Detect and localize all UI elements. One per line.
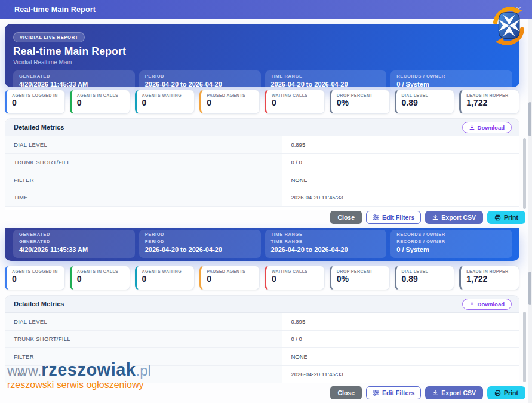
info-label: RECORDS / OWNER bbox=[396, 73, 506, 79]
download-icon bbox=[432, 214, 438, 220]
export-csv-button[interactable]: Export CSV bbox=[425, 386, 483, 399]
row-value: NONE bbox=[282, 171, 519, 189]
info-label: TIME RANGE bbox=[271, 73, 381, 79]
row-value: 0.895 bbox=[282, 136, 519, 153]
stat-label: LEADS IN HOPPER bbox=[466, 93, 514, 97]
detailed-metrics-header: Detailed Metrics Download bbox=[5, 119, 519, 136]
stat-cards-row: AGENTS LOGGED IN 0 AGENTS IN CALLS 0 AGE… bbox=[5, 90, 519, 114]
edit-filters-button[interactable]: Edit Filters bbox=[366, 211, 421, 224]
window-titlebar: Real-time Main Report × bbox=[0, 0, 532, 19]
row-value: 2026-04-20 11:45:33 bbox=[282, 366, 519, 383]
stat-label: AGENTS WAITING bbox=[142, 269, 190, 273]
close-button[interactable]: Close bbox=[330, 211, 362, 224]
stat-label: LEADS IN HOPPER bbox=[466, 269, 514, 273]
download-button[interactable]: Download bbox=[462, 122, 512, 133]
stat-value: 0 bbox=[207, 274, 254, 284]
close-label: Close bbox=[337, 214, 355, 221]
report-subtitle: Vicidial Realtime Main bbox=[13, 59, 512, 66]
info-value: 4/20/2026 11:45:33 AM bbox=[19, 81, 129, 88]
row-label: TRUNK SHORT/FILL bbox=[5, 154, 282, 171]
report-badge: VICIDIAL LIVE REPORT bbox=[13, 32, 85, 42]
row-value: 2026-04-20 11:45:33 bbox=[282, 189, 519, 207]
stat-dial-level: DIAL LEVEL 0.89 bbox=[395, 90, 455, 114]
table-row: TIME 2026-04-20 11:45:33 bbox=[5, 189, 519, 207]
stat-drop-percent: DROP PERCENT 0% bbox=[330, 90, 390, 114]
stat-value: 0 bbox=[77, 98, 125, 107]
stat-label: AGENTS LOGGED IN bbox=[12, 269, 60, 273]
stat-label: DIAL LEVEL bbox=[402, 93, 450, 97]
page-scrollbar-track[interactable] bbox=[528, 19, 532, 403]
table-row: DIAL LEVEL 0.895 bbox=[5, 136, 519, 154]
stat-value: 0.89 bbox=[402, 98, 450, 107]
info-value: 0 / System bbox=[396, 246, 506, 253]
action-bar: Close Edit Filters Export CSV bbox=[0, 210, 525, 225]
watermark-tld: .pl bbox=[136, 362, 150, 379]
watermark-tagline: rzeszowski serwis ogłoszeniowy bbox=[7, 380, 151, 390]
stat-agents-logged-in: AGENTS LOGGED IN 0 bbox=[5, 90, 65, 114]
stat-agents-in-calls: AGENTS IN CALLS 0 bbox=[70, 90, 130, 114]
download-label: Download bbox=[478, 301, 505, 307]
modal-scrollbar[interactable] bbox=[523, 312, 526, 382]
close-label: Close bbox=[337, 389, 355, 396]
stat-leads-in-hopper: LEADS IN HOPPER 1,722 bbox=[459, 90, 519, 114]
print-label: Print bbox=[504, 214, 518, 221]
close-button[interactable]: Close bbox=[330, 386, 362, 399]
rzeszowiak-logo-icon bbox=[487, 7, 530, 46]
row-label: DIAL LEVEL bbox=[5, 136, 282, 153]
download-icon bbox=[432, 390, 438, 396]
detailed-metrics-panel: Detailed Metrics Download DIAL LEVEL 0.8… bbox=[5, 118, 519, 210]
stat-agents-waiting: AGENTS WAITING 0 bbox=[135, 90, 195, 114]
stat-value: 0 bbox=[207, 98, 254, 107]
stat-value: 0 bbox=[77, 274, 125, 284]
page-scrollbar-thumb[interactable] bbox=[528, 272, 531, 305]
table-row: FILTER NONE bbox=[5, 171, 519, 189]
print-button[interactable]: Print bbox=[487, 386, 525, 399]
stat-label: AGENTS WAITING bbox=[142, 93, 190, 97]
edit-filters-button[interactable]: Edit Filters bbox=[366, 386, 421, 399]
stat-cards-row: AGENTS LOGGED IN 0 AGENTS IN CALLS 0 AGE… bbox=[5, 266, 519, 290]
info-label: GENERATED bbox=[19, 232, 129, 237]
row-label: TIME bbox=[5, 189, 282, 207]
info-value: 4/20/2026 11:45:33 AM bbox=[19, 246, 129, 253]
row-value: 0 / 0 bbox=[282, 154, 519, 171]
watermark: www.rzeszowiak.pl rzeszowski serwis ogło… bbox=[7, 361, 151, 390]
report-page: Real-time Main Report × VICIDIAL L bbox=[0, 0, 532, 403]
row-value: 0.895 bbox=[282, 313, 519, 330]
page-scrollbar-thumb[interactable] bbox=[528, 102, 531, 136]
modal-scrollbar[interactable] bbox=[523, 138, 526, 209]
info-value: 0 / System bbox=[396, 81, 506, 88]
stat-label: DIAL LEVEL bbox=[402, 269, 450, 273]
stat-paused-agents: PAUSED AGENTS 0 bbox=[199, 90, 260, 114]
download-button[interactable]: Download bbox=[462, 299, 512, 310]
watermark-www: www. bbox=[7, 362, 41, 379]
watermark-url: www.rzeszowiak.pl bbox=[7, 361, 151, 379]
info-label: RECORDS / OWNER bbox=[396, 239, 506, 244]
printer-icon bbox=[494, 214, 501, 221]
stat-value: 0 bbox=[142, 98, 190, 107]
report-info-row: GENERATED GENERATED 4/20/2026 11:45:33 A… bbox=[13, 230, 512, 258]
info-box-records-owner: RECORDS / OWNER 0 / System bbox=[390, 70, 512, 91]
info-box-generated: GENERATED 4/20/2026 11:45:33 AM bbox=[13, 70, 135, 91]
row-value: 0 / 0 bbox=[282, 331, 519, 348]
stat-value: 0 bbox=[272, 98, 319, 107]
row-value: NONE bbox=[282, 348, 519, 365]
stat-label: WAITING CALLS bbox=[272, 93, 319, 97]
panel-title: Detailed Metrics bbox=[14, 300, 64, 307]
info-label: PERIOD bbox=[145, 239, 255, 244]
stat-drop-percent: DROP PERCENT 0% bbox=[330, 266, 390, 290]
stat-value: 0 bbox=[12, 98, 60, 107]
row-label: FILTER bbox=[5, 171, 282, 189]
window-title: Real-time Main Report bbox=[14, 5, 96, 14]
printer-icon bbox=[494, 390, 501, 396]
info-label: RECORDS / OWNER bbox=[396, 232, 506, 237]
info-box-records-owner: RECORDS / OWNER RECORDS / OWNER 0 / Syst… bbox=[390, 230, 512, 258]
info-box-period: PERIOD 2026-04-20 to 2026-04-20 bbox=[139, 70, 261, 91]
table-row: TRUNK SHORT/FILL 0 / 0 bbox=[5, 331, 519, 349]
info-box-time-range: TIME RANGE TIME RANGE 2026-04-20 to 2026… bbox=[265, 230, 387, 258]
stat-value: 0 bbox=[12, 274, 60, 284]
stat-dial-level: DIAL LEVEL 0.89 bbox=[395, 266, 455, 290]
stat-value: 0 bbox=[272, 274, 319, 284]
report-header-card: VICIDIAL LIVE REPORT Real-time Main Repo… bbox=[5, 24, 519, 87]
print-button[interactable]: Print bbox=[487, 211, 525, 224]
export-csv-button[interactable]: Export CSV bbox=[425, 211, 483, 224]
